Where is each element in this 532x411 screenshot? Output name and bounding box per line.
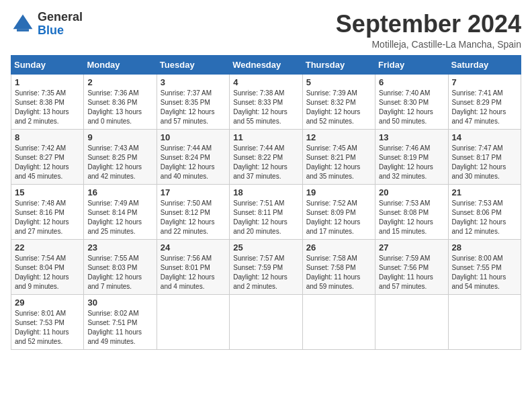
table-cell: 7 Sunrise: 7:41 AM Sunset: 8:29 PM Dayli… [448,74,521,129]
table-cell: 15 Sunrise: 7:48 AM Sunset: 8:16 PM Dayl… [11,184,84,239]
day-info: Sunrise: 7:47 AM Sunset: 8:17 PM Dayligh… [452,144,517,181]
day-info: Sunrise: 7:53 AM Sunset: 8:08 PM Dayligh… [379,199,444,236]
col-friday: Friday [375,55,448,74]
table-cell: 25 Sunrise: 7:57 AM Sunset: 7:59 PM Dayl… [230,239,302,294]
table-cell: 9 Sunrise: 7:43 AM Sunset: 8:25 PM Dayli… [84,129,157,184]
day-number: 21 [452,187,517,197]
day-info: Sunrise: 7:50 AM Sunset: 8:12 PM Dayligh… [161,199,226,236]
day-number: 25 [233,242,298,253]
calendar-row: 22 Sunrise: 7:54 AM Sunset: 8:04 PM Dayl… [11,239,521,294]
day-info: Sunrise: 7:57 AM Sunset: 7:59 PM Dayligh… [233,254,298,291]
day-number: 12 [306,132,371,142]
calendar-row: 8 Sunrise: 7:42 AM Sunset: 8:27 PM Dayli… [11,129,521,184]
day-info: Sunrise: 7:40 AM Sunset: 8:30 PM Dayligh… [379,89,444,126]
calendar-table: Sunday Monday Tuesday Wednesday Thursday… [11,55,521,350]
table-cell: 1 Sunrise: 7:35 AM Sunset: 8:38 PM Dayli… [11,74,84,129]
day-info: Sunrise: 7:58 AM Sunset: 7:58 PM Dayligh… [306,254,371,291]
title-block: September 2024 Motilleja, Castille-La Ma… [336,11,521,50]
day-number: 11 [233,132,298,142]
day-info: Sunrise: 7:43 AM Sunset: 8:25 PM Dayligh… [87,144,152,181]
page-header: General Blue September 2024 Motilleja, C… [11,11,521,50]
table-cell [302,294,375,349]
day-number: 4 [233,77,298,87]
day-info: Sunrise: 7:35 AM Sunset: 8:38 PM Dayligh… [15,89,80,126]
day-number: 9 [87,132,152,142]
day-number: 29 [15,298,80,308]
day-info: Sunrise: 7:52 AM Sunset: 8:09 PM Dayligh… [306,199,371,236]
table-cell: 20 Sunrise: 7:53 AM Sunset: 8:08 PM Dayl… [375,184,448,239]
day-info: Sunrise: 7:53 AM Sunset: 8:06 PM Dayligh… [452,199,517,236]
day-number: 2 [87,77,152,87]
col-monday: Monday [84,55,157,74]
day-info: Sunrise: 7:56 AM Sunset: 8:01 PM Dayligh… [161,254,226,291]
day-info: Sunrise: 7:49 AM Sunset: 8:14 PM Dayligh… [87,199,152,236]
day-info: Sunrise: 7:44 AM Sunset: 8:24 PM Dayligh… [161,144,226,181]
table-cell: 5 Sunrise: 7:39 AM Sunset: 8:32 PM Dayli… [302,74,375,129]
table-cell: 26 Sunrise: 7:58 AM Sunset: 7:58 PM Dayl… [302,239,375,294]
day-info: Sunrise: 7:48 AM Sunset: 8:16 PM Dayligh… [15,199,80,236]
table-cell: 14 Sunrise: 7:47 AM Sunset: 8:17 PM Dayl… [448,129,521,184]
table-cell: 17 Sunrise: 7:50 AM Sunset: 8:12 PM Dayl… [157,184,229,239]
calendar-body: 1 Sunrise: 7:35 AM Sunset: 8:38 PM Dayli… [11,74,521,349]
day-info: Sunrise: 7:38 AM Sunset: 8:33 PM Dayligh… [233,89,298,126]
table-cell: 21 Sunrise: 7:53 AM Sunset: 8:06 PM Dayl… [448,184,521,239]
day-info: Sunrise: 7:54 AM Sunset: 8:04 PM Dayligh… [15,254,80,291]
table-cell: 12 Sunrise: 7:45 AM Sunset: 8:21 PM Dayl… [302,129,375,184]
col-saturday: Saturday [448,55,521,74]
day-info: Sunrise: 7:55 AM Sunset: 8:03 PM Dayligh… [87,254,152,291]
table-cell: 19 Sunrise: 7:52 AM Sunset: 8:09 PM Dayl… [302,184,375,239]
day-number: 28 [452,242,517,253]
day-number: 6 [379,77,444,87]
day-number: 8 [15,132,80,142]
table-cell: 3 Sunrise: 7:37 AM Sunset: 8:35 PM Dayli… [157,74,229,129]
day-info: Sunrise: 8:02 AM Sunset: 7:51 PM Dayligh… [87,309,152,347]
col-wednesday: Wednesday [230,55,302,74]
day-info: Sunrise: 7:59 AM Sunset: 7:56 PM Dayligh… [379,254,444,291]
day-info: Sunrise: 8:01 AM Sunset: 7:53 PM Dayligh… [15,309,80,347]
table-cell: 23 Sunrise: 7:55 AM Sunset: 8:03 PM Dayl… [84,239,157,294]
day-number: 14 [452,132,517,142]
table-cell [448,294,521,349]
logo-text: General Blue [38,11,83,38]
table-cell: 6 Sunrise: 7:40 AM Sunset: 8:30 PM Dayli… [375,74,448,129]
table-cell: 28 Sunrise: 8:00 AM Sunset: 7:55 PM Dayl… [448,239,521,294]
table-cell [157,294,229,349]
table-cell [375,294,448,349]
svg-rect-1 [17,29,29,32]
logo-icon [11,12,35,36]
table-cell: 29 Sunrise: 8:01 AM Sunset: 7:53 PM Dayl… [11,294,84,349]
svg-marker-0 [13,14,33,29]
day-number: 13 [379,132,444,142]
day-info: Sunrise: 8:00 AM Sunset: 7:55 PM Dayligh… [452,254,517,291]
day-info: Sunrise: 7:46 AM Sunset: 8:19 PM Dayligh… [379,144,444,181]
col-tuesday: Tuesday [157,55,229,74]
table-cell: 13 Sunrise: 7:46 AM Sunset: 8:19 PM Dayl… [375,129,448,184]
table-cell: 24 Sunrise: 7:56 AM Sunset: 8:01 PM Dayl… [157,239,229,294]
logo: General Blue [11,11,83,38]
table-cell: 2 Sunrise: 7:36 AM Sunset: 8:36 PM Dayli… [84,74,157,129]
day-number: 19 [306,187,371,197]
day-info: Sunrise: 7:41 AM Sunset: 8:29 PM Dayligh… [452,89,517,126]
calendar-row: 29 Sunrise: 8:01 AM Sunset: 7:53 PM Dayl… [11,294,521,349]
day-number: 30 [87,298,152,308]
col-sunday: Sunday [11,55,84,74]
location-subtitle: Motilleja, Castille-La Mancha, Spain [336,39,521,50]
day-number: 18 [233,187,298,197]
day-number: 20 [379,187,444,197]
calendar-row: 15 Sunrise: 7:48 AM Sunset: 8:16 PM Dayl… [11,184,521,239]
table-cell [230,294,302,349]
table-cell: 8 Sunrise: 7:42 AM Sunset: 8:27 PM Dayli… [11,129,84,184]
table-cell: 22 Sunrise: 7:54 AM Sunset: 8:04 PM Dayl… [11,239,84,294]
day-number: 16 [87,187,152,197]
col-thursday: Thursday [302,55,375,74]
table-cell: 11 Sunrise: 7:44 AM Sunset: 8:22 PM Dayl… [230,129,302,184]
day-number: 7 [452,77,517,87]
day-info: Sunrise: 7:44 AM Sunset: 8:22 PM Dayligh… [233,144,298,181]
table-cell: 27 Sunrise: 7:59 AM Sunset: 7:56 PM Dayl… [375,239,448,294]
day-info: Sunrise: 7:37 AM Sunset: 8:35 PM Dayligh… [161,89,226,126]
table-cell: 4 Sunrise: 7:38 AM Sunset: 8:33 PM Dayli… [230,74,302,129]
day-info: Sunrise: 7:42 AM Sunset: 8:27 PM Dayligh… [15,144,80,181]
month-title: September 2024 [336,11,521,38]
table-cell: 16 Sunrise: 7:49 AM Sunset: 8:14 PM Dayl… [84,184,157,239]
table-cell: 10 Sunrise: 7:44 AM Sunset: 8:24 PM Dayl… [157,129,229,184]
